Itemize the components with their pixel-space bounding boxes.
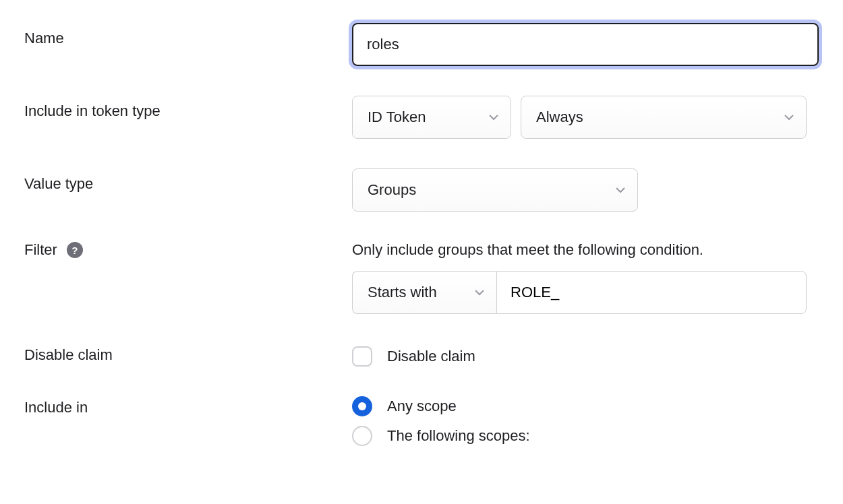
row-include-in: Include in Any scope The following scope…	[24, 396, 819, 446]
disable-claim-label: Disable claim	[24, 346, 113, 364]
value-type-select[interactable]: Groups	[352, 168, 638, 212]
label-col: Filter ?	[24, 241, 352, 259]
filter-value-input[interactable]	[496, 271, 807, 314]
token-type-label: Include in token type	[24, 102, 161, 120]
filter-operator-select[interactable]: Starts with	[352, 271, 496, 314]
claim-form: Name Include in token type ID Token Alwa…	[24, 23, 819, 446]
label-col: Value type	[24, 168, 352, 193]
disable-claim-checkbox-row: Disable claim	[352, 344, 819, 367]
row-token-type: Include in token type ID Token Always	[24, 96, 819, 139]
caret-down-icon	[784, 114, 794, 121]
token-select[interactable]: ID Token	[352, 96, 511, 139]
value-type-select-value: Groups	[368, 181, 416, 199]
caret-down-icon	[616, 187, 625, 193]
filter-operator-value: Starts with	[368, 284, 437, 301]
name-input-wrap	[352, 23, 819, 66]
field-col: ID Token Always	[352, 96, 819, 139]
row-value-type: Value type Groups	[24, 168, 819, 212]
frequency-select[interactable]: Always	[521, 96, 807, 139]
label-col: Include in	[24, 396, 352, 416]
field-col: Disable claim	[352, 344, 819, 367]
include-in-label: Include in	[24, 399, 88, 416]
include-in-following-scopes-label: The following scopes:	[387, 427, 530, 445]
include-in-any-scope-row: Any scope	[352, 396, 819, 416]
include-in-following-scopes-radio[interactable]	[352, 426, 372, 446]
row-filter: Filter ? Only include groups that meet t…	[24, 241, 819, 314]
caret-down-icon	[489, 114, 498, 121]
disable-claim-checkbox-label: Disable claim	[387, 348, 475, 365]
field-col: Any scope The following scopes:	[352, 396, 819, 446]
label-col: Include in token type	[24, 96, 352, 120]
name-label: Name	[24, 30, 64, 47]
disable-claim-checkbox[interactable]	[352, 346, 372, 367]
row-name: Name	[24, 23, 819, 66]
filter-controls: Starts with	[352, 271, 807, 314]
row-disable-claim: Disable claim Disable claim	[24, 344, 819, 367]
help-icon[interactable]: ?	[67, 242, 83, 258]
field-col: Groups	[352, 168, 819, 212]
filter-description: Only include groups that meet the follow…	[352, 241, 819, 259]
filter-label: Filter	[24, 241, 57, 259]
include-in-following-scopes-row: The following scopes:	[352, 426, 819, 446]
label-col: Name	[24, 23, 352, 47]
token-select-value: ID Token	[368, 108, 426, 126]
caret-down-icon	[475, 289, 484, 296]
field-col: Only include groups that meet the follow…	[352, 241, 819, 314]
include-in-any-scope-label: Any scope	[387, 398, 457, 415]
name-input[interactable]	[353, 24, 817, 65]
label-col: Disable claim	[24, 344, 352, 364]
frequency-select-value: Always	[536, 108, 583, 126]
field-col	[352, 23, 819, 66]
value-type-label: Value type	[24, 175, 93, 193]
include-in-any-scope-radio[interactable]	[352, 396, 372, 416]
